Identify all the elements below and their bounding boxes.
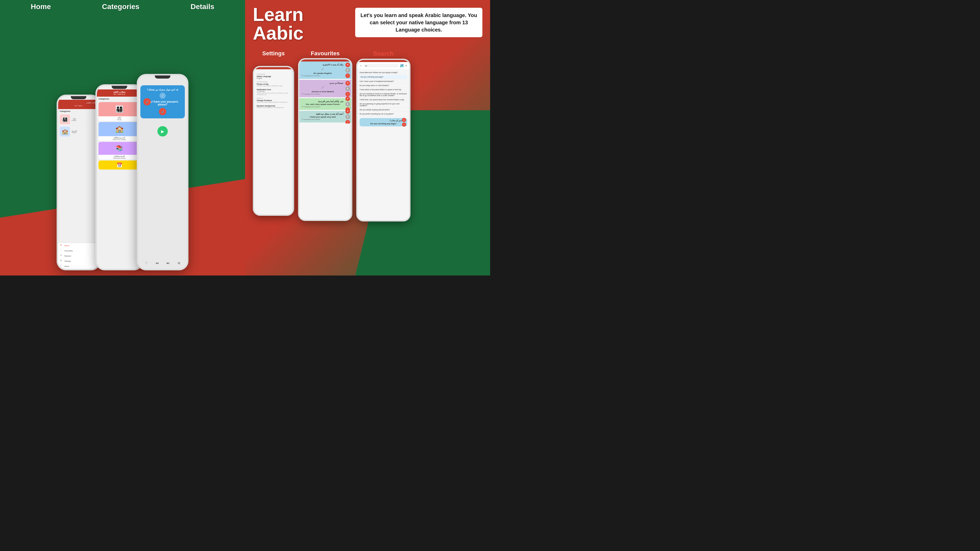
details-expand-btn[interactable]: ⤢ — [159, 92, 166, 99]
settings-nav-icon: ⚙ — [60, 259, 63, 263]
fav-heart-btn-2[interactable]: ♥ — [345, 81, 350, 86]
cat-reading-img: 📚 — [99, 142, 140, 155]
app-description: Let's you learn and speak Arabic languag… — [360, 12, 477, 33]
details-card-arabic: قد لدي جواز سفرك من فضلك؟ — [143, 88, 182, 91]
search-result-7[interactable]: I think that I can spend about two hundr… — [360, 98, 407, 102]
phone-details-content: 🔊 قد لدي جواز سفرك من فضلك؟ ⤢ May I have… — [138, 75, 187, 269]
search-result-5[interactable]: I have about a thousand dollars to spend… — [360, 87, 407, 92]
fav-card-1-actions: ♥ 🗑 ⤴ — [345, 62, 350, 78]
search-flag-icon: 🗺️ — [400, 64, 404, 68]
right-section: Learn Aabic Let's you learn and speak Ar… — [245, 0, 490, 275]
fav-heart-btn-4[interactable]: ♥ — [345, 109, 350, 114]
about-nav-icon: ? — [60, 265, 63, 268]
details-copy-btn[interactable]: ⧉ — [176, 260, 182, 266]
search-result-6[interactable]: Are you wanting to travel to a tropical … — [360, 92, 407, 98]
fav-delete-btn-4[interactable]: 🗑 — [345, 114, 350, 119]
search-input-bar[interactable]: ar — [364, 64, 399, 67]
search-result-4[interactable]: Do you enjoy warm or cold climates? — [360, 84, 407, 87]
nav-favourites-label: Favourites — [64, 250, 73, 252]
search-result-3[interactable]: Can I have a pair of headphones/earbuds? — [360, 79, 407, 84]
settings-native-lang-title: Native Language — [257, 75, 290, 77]
cat-item-calendar[interactable]: 📅 — [99, 160, 140, 170]
fav-card-1-arabic: وقال أنه يتحدث الانجليزية — [302, 64, 343, 66]
settings-dynamic-bg-desc: Enable to show dynamic card backgrounds — [257, 107, 290, 108]
fav-share-btn-4[interactable]: ⤴ — [345, 120, 350, 124]
home-top-red: خطابات الكتابة. No. I hate t — [58, 100, 99, 109]
nav-about[interactable]: ? About — [58, 264, 99, 269]
phone-settings: Language Native Language English Notific… — [253, 66, 294, 216]
settings-notif-hour-value: ~11:00 am — [257, 91, 290, 92]
favourites-phone-container: Favourites وقال أنه يتحدث الانجليزية ⤢ H… — [298, 50, 352, 221]
details-next-btn[interactable]: ⏭ — [165, 260, 171, 266]
search-result-8[interactable]: Are you planning on going anywhere for y… — [360, 102, 407, 108]
cat-calendar-img: 📅 — [99, 160, 140, 170]
details-play-btn[interactable]: ▶ — [158, 126, 168, 137]
fav-delete-btn-2[interactable]: 🗑 — [345, 86, 350, 91]
search-label: Search — [373, 50, 394, 57]
search-card-heart[interactable]: ♥ — [402, 118, 406, 122]
fav-heart-btn-1[interactable]: ♥ — [345, 62, 350, 67]
cat-reading-english: Reading & Writing — [99, 157, 140, 159]
home-category-family[interactable]: 👨‍👩‍👧‍👦 عائلة Family — [58, 113, 99, 125]
fav-heart-btn-3[interactable]: ♥ — [345, 97, 350, 101]
heart-nav-icon: ♡ — [60, 249, 63, 252]
fav-card-4: أعتقد أنك تتحدث بشكل جيد للغاية I think … — [299, 111, 351, 122]
search-result-10[interactable]: Do you prefer traveling by car or by pla… — [360, 112, 407, 116]
fav-card-2-tag-text: Languages And Countries — [304, 93, 320, 95]
settings-native-lang: Native Language English — [257, 75, 290, 79]
nav-settings[interactable]: ⚙ Settings — [58, 259, 99, 264]
nav-favourites[interactable]: ♡ Favourites — [58, 248, 99, 253]
app-title: Learn Aabic — [253, 5, 350, 42]
left-section: Home Categories Details خطابات الكتابة. … — [0, 0, 245, 275]
random-nav-icon: ⟲ — [60, 254, 63, 257]
fav-card-1-english: He speaks English — [302, 72, 343, 75]
search-close-btn[interactable]: ✕ — [405, 64, 407, 67]
nav-home[interactable]: ⊞ Home — [58, 243, 99, 248]
details-audio-left-btn[interactable]: 🔊 — [143, 98, 151, 105]
fav-card-2: جيسيكا من مدريد ⤢ Jessica is from Madrid… — [299, 80, 351, 97]
fav-card-2-expand: ⤢ — [321, 85, 324, 89]
search-bottom-card-arabic: هل فحص أي حقائب؟ — [361, 120, 406, 122]
search-result-2[interactable]: Are you checking any bags? — [360, 75, 407, 79]
details-heart-btn[interactable]: ♡ — [143, 260, 150, 266]
settings-native-lang-value: English — [257, 77, 290, 79]
fav-card-4-tag-text: Languages And Countries — [304, 119, 320, 120]
cat-family-english: Family — [99, 119, 140, 121]
nav-home-label: Home — [64, 245, 69, 246]
categories-section-label: Categories — [102, 3, 140, 11]
phone-categories-notch — [112, 86, 127, 89]
nav-random-label: Random — [64, 255, 71, 257]
details-prev-btn[interactable]: ⏮ — [154, 260, 160, 266]
fav-card-3-tag-text: Languages And Countries — [304, 106, 320, 108]
fav-card-1-tag-text: Languages And Countries — [304, 75, 320, 76]
family-icon-box: 👨‍👩‍👧‍👦 — [60, 114, 70, 124]
settings-dynamic-bg-title: Dynamic background — [257, 105, 290, 107]
search-back-btn[interactable]: ← — [360, 64, 363, 67]
fav-delete-btn-3[interactable]: 🗑 — [345, 102, 350, 106]
home-category-school[interactable]: 🏫 المدرسة School — [58, 125, 99, 138]
cat-item-family[interactable]: 👨‍👩‍👧‍👦 عائلة Family — [99, 102, 140, 121]
fav-card-4-actions: ♥ 🗑 ⤴ — [345, 109, 350, 124]
nav-random[interactable]: ⟲ Random — [58, 253, 99, 259]
fav-share-btn-1[interactable]: ⤴ — [345, 73, 350, 78]
cat-top-english: No. I hate to w — [99, 93, 140, 95]
settings-notif-title: Notification — [257, 81, 290, 83]
details-audio-right-btn[interactable]: 🔊 — [159, 108, 166, 115]
home-section-label: Home — [31, 3, 51, 11]
settings-lang-title: Language — [257, 73, 290, 75]
settings-phrase-day: Phrase of day Enable to show phrase noti… — [257, 83, 290, 87]
home-top-english: No. I hate t — [60, 105, 97, 106]
nav-settings-label: Settings — [64, 260, 71, 262]
search-card-share[interactable]: ⤴ — [402, 122, 406, 127]
fav-delete-btn-1[interactable]: 🗑 — [345, 68, 350, 73]
cat-item-school[interactable]: 🏫 المدرسة والكلية School and College — [99, 122, 140, 141]
search-result-9[interactable]: Are you afraid of going abroad alone? — [360, 108, 407, 112]
settings-content: Language Native Language English Notific… — [254, 69, 293, 113]
search-result-1[interactable]: Good afternoon! Where are you flying to … — [360, 71, 407, 75]
cat-item-reading[interactable]: 📚 القراءة والكتابة Reading & Writing — [99, 142, 140, 159]
cat-school-img: 🏫 — [99, 122, 140, 136]
fav-share-btn-2[interactable]: ⤴ — [345, 92, 350, 97]
cat-family-img: 👨‍👩‍👧‍👦 — [99, 102, 140, 116]
search-card-actions: ♥ ⤴ — [402, 118, 406, 127]
details-controls: ♡ ⏮ ⏭ ⧉ — [138, 257, 187, 269]
